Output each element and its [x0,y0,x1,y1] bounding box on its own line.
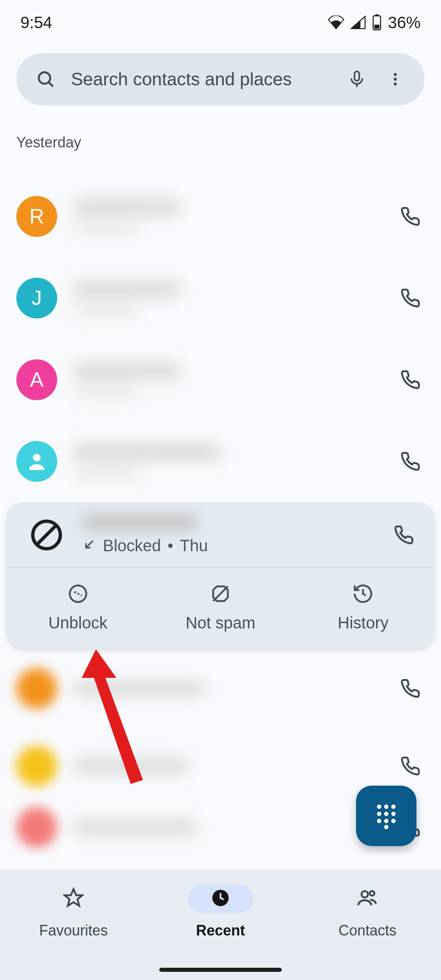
svg-point-18 [377,804,381,809]
call-info-redacted [74,680,380,697]
svg-rect-2 [374,24,380,29]
dialpad-fab[interactable] [356,786,416,846]
svg-point-7 [394,73,396,76]
svg-point-9 [394,82,396,85]
svg-point-20 [391,804,396,809]
call-row[interactable]: J [0,257,441,339]
gesture-handle [159,968,282,972]
call-info-redacted [74,362,380,398]
svg-point-27 [384,825,389,829]
history-icon [352,583,374,606]
mic-icon[interactable] [344,66,370,92]
nav-contacts[interactable]: Contacts [294,884,441,939]
status-bar: 9:54 36% [0,0,441,45]
status-right: 36% [327,13,421,32]
blocked-actions: Unblock Not spam History [7,567,434,648]
svg-point-32 [370,891,374,895]
clock-icon [211,888,230,909]
bottom-nav: Favourites Recent Contacts [0,870,441,980]
call-info-redacted [74,443,380,479]
svg-rect-1 [375,14,378,16]
svg-point-31 [361,891,368,898]
blocked-call-header[interactable]: Blocked • Thu [7,502,434,567]
call-info-redacted [74,198,380,234]
call-row[interactable]: A [0,339,441,421]
search-bar[interactable]: Search contacts and places [16,53,425,105]
svg-marker-29 [65,889,82,906]
unblock-icon [67,583,89,606]
incoming-arrow-icon [82,537,96,555]
avatar[interactable]: R [16,196,57,237]
call-row[interactable]: R [0,176,441,257]
svg-rect-5 [354,71,359,81]
call-button[interactable] [396,202,425,231]
nav-recent[interactable]: Recent [147,884,294,939]
call-button[interactable] [396,365,425,394]
svg-point-25 [384,819,389,823]
unblock-label: Unblock [48,614,107,632]
nav-label: Contacts [339,922,396,939]
blocked-name-redacted [82,514,197,531]
nav-label: Favourites [39,922,108,939]
star-icon [63,887,84,910]
not-spam-label: Not spam [185,614,255,632]
block-icon [27,515,66,555]
signal-icon [350,16,366,29]
svg-point-19 [384,804,389,809]
avatar-generic[interactable] [16,441,57,482]
blocked-day: Thu [180,537,208,555]
separator-dot: • [167,537,173,555]
unblock-button[interactable]: Unblock [7,568,149,648]
history-button[interactable]: History [292,568,434,648]
blocked-call-info: Blocked • Thu [82,514,373,555]
svg-point-23 [391,812,396,816]
history-label: History [338,614,388,632]
call-list: R J A [0,163,441,852]
more-icon[interactable] [382,66,408,92]
nav-label: Recent [196,922,245,939]
svg-point-8 [394,78,396,80]
svg-point-22 [384,812,389,816]
call-info-redacted [74,280,380,316]
section-header-yesterday: Yesterday [0,105,441,163]
svg-line-12 [37,525,57,545]
svg-line-13 [86,541,93,548]
avatar[interactable]: A [16,359,57,400]
call-button[interactable] [396,284,425,312]
blocked-call-card: Blocked • Thu Unblock Not spam [7,502,434,648]
call-row[interactable] [0,648,441,729]
search-bar-container: Search contacts and places [0,45,441,105]
contacts-icon [356,887,379,911]
not-spam-icon [209,583,232,606]
avatar[interactable]: J [16,278,57,318]
wifi-icon [327,16,345,29]
call-button[interactable] [390,521,418,549]
call-button[interactable] [396,447,425,476]
search-icon [33,66,59,92]
search-placeholder: Search contacts and places [71,69,332,89]
nav-favourites[interactable]: Favourites [0,884,147,939]
call-row[interactable] [0,421,441,502]
avatar-redacted [16,746,57,786]
avatar-redacted [16,807,57,848]
svg-point-21 [377,812,381,816]
avatar-redacted [16,668,57,709]
svg-point-10 [33,454,41,461]
call-info-redacted [74,819,380,835]
avatar-letter: J [32,286,42,310]
not-spam-button[interactable]: Not spam [149,568,292,648]
svg-point-26 [391,819,396,823]
svg-line-4 [49,82,53,87]
call-info-redacted [74,758,380,774]
battery-percent: 36% [388,13,421,32]
avatar-letter: R [29,205,44,228]
svg-point-24 [377,819,381,823]
status-time: 9:54 [20,13,52,32]
call-button[interactable] [396,674,425,703]
svg-line-15 [74,592,82,596]
svg-point-3 [39,72,50,84]
battery-icon [372,14,382,31]
call-button[interactable] [396,752,425,780]
dialpad-icon [372,801,401,831]
blocked-status: Blocked [103,537,161,555]
